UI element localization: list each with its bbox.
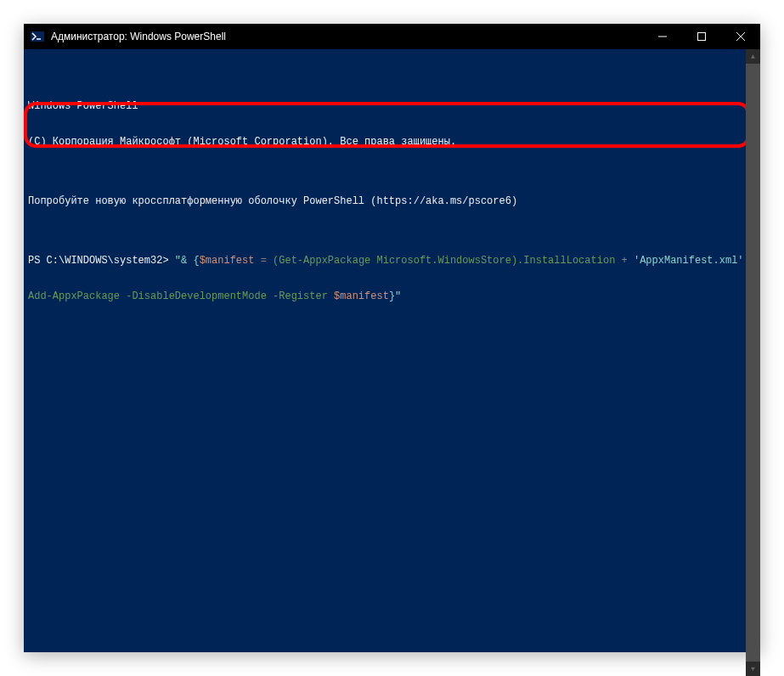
cmd-segment: "& { [175,255,200,267]
vertical-scrollbar[interactable]: ▲ ▼ [746,49,760,676]
terminal-line: Windows PowerShell [28,100,757,112]
maximize-button[interactable] [682,24,721,49]
cmd-segment: Add-AppxPackage -DisableDevelopmentMode … [28,290,334,302]
cmd-segment: = [254,255,273,267]
cmd-variable: $manifest [334,290,389,302]
minimize-button[interactable] [643,24,682,49]
cmd-segment: + [615,255,634,267]
close-button[interactable] [721,24,760,49]
cmd-segment: }" [389,290,401,302]
cmd-string: 'AppxManifest.xml' [634,255,744,267]
scrollbar-down-arrow[interactable]: ▼ [746,662,760,676]
scrollbar-thumb[interactable] [746,64,760,662]
prompt-text: PS C:\WINDOWS\system32> [28,255,175,267]
powershell-icon [31,30,44,43]
terminal-command-line: Add-AppxPackage -DisableDevelopmentMode … [28,290,757,302]
scrollbar-up-arrow[interactable]: ▲ [746,49,760,64]
cmd-variable: $manifest [200,255,255,267]
cmd-segment: (Get-AppxPackage Microsoft.WindowsStore)… [273,255,615,267]
window-title: Администратор: Windows PowerShell [51,31,643,42]
svg-rect-3 [698,33,706,41]
powershell-window: Администратор: Windows PowerShell Window… [24,24,760,652]
terminal-line: (C) Корпорация Майкрософт (Microsoft Cor… [28,136,757,148]
titlebar[interactable]: Администратор: Windows PowerShell [24,24,760,49]
window-controls [643,24,760,49]
terminal-command-line: PS C:\WINDOWS\system32> "& {$manifest = … [28,255,757,267]
terminal-output[interactable]: Windows PowerShell (C) Корпорация Майкро… [24,49,760,652]
terminal-line: Попробуйте новую кроссплатформенную обол… [28,195,757,207]
